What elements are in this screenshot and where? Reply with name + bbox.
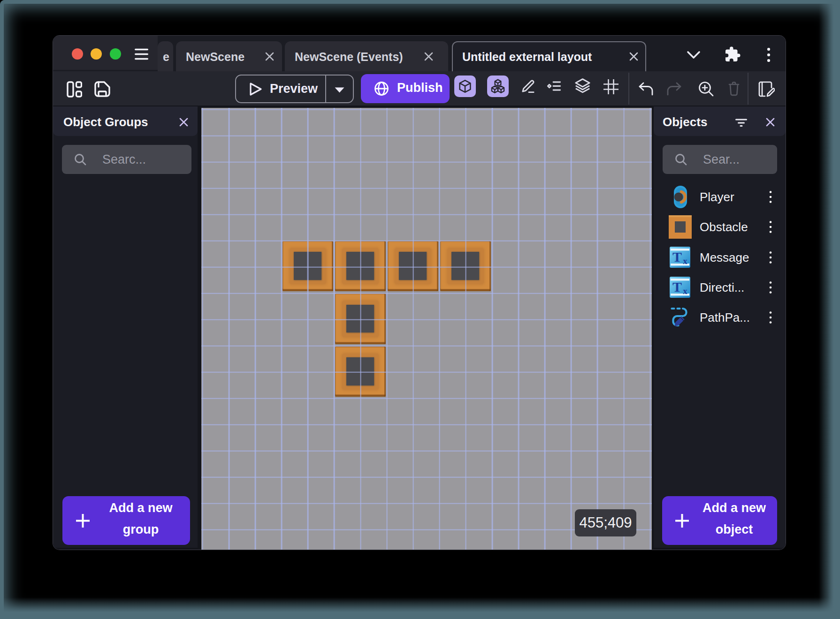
svg-text:x: x	[683, 286, 687, 296]
svg-text:T: T	[672, 249, 682, 264]
svg-text:T: T	[672, 279, 682, 294]
svg-text:x: x	[683, 256, 687, 266]
